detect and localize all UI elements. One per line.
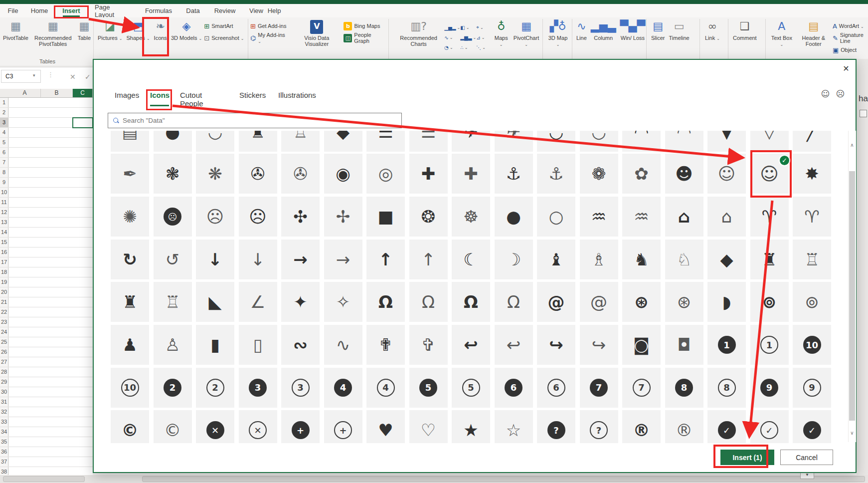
icon-cell-backpack-outline[interactable]: ◘ xyxy=(665,325,703,365)
row-header-20[interactable]: 20 xyxy=(0,287,8,297)
dialog-tab-icons[interactable]: Icons xyxy=(150,91,169,106)
ribbon-tab-formulas[interactable]: Formulas xyxy=(144,4,174,17)
icon-cell-architecture-plan-outline[interactable]: ⌂ xyxy=(707,197,746,237)
icon-cell-apple-outline[interactable]: ○ xyxy=(537,197,575,237)
row-header-21[interactable]: 21 xyxy=(0,297,8,307)
icon-cell-yarn-needles-filled[interactable]: ❃ xyxy=(154,154,192,194)
icon-cell-copyright-filled[interactable]: © xyxy=(111,410,149,443)
row-header-36[interactable]: 36 xyxy=(0,447,8,457)
icon-cell-baby-filled[interactable]: ♟ xyxy=(111,325,149,365)
icon-cell-aperture-filled[interactable]: ❂ xyxy=(409,197,448,237)
ribbon-button-link[interactable]: ∞Link ⌄ xyxy=(703,18,722,54)
ribbon-button-headerfooter[interactable]: ▤Header & Footer xyxy=(795,18,833,54)
scroll-up-icon[interactable]: ∧ xyxy=(849,142,855,148)
ribbon-tab-view[interactable]: View xyxy=(247,4,265,17)
icon-cell-arrow-up-filled[interactable]: ↑ xyxy=(366,240,405,279)
icon-cell-registered-outline[interactable]: ® xyxy=(665,410,703,443)
icon-cell-number-9-outline[interactable]: 9 xyxy=(793,368,831,408)
icon-cell-number-6-outline[interactable]: 6 xyxy=(537,368,575,408)
icon-cell-number-1-filled[interactable]: 1 xyxy=(707,325,746,365)
icon-cell-number-6-filled[interactable]: 6 xyxy=(495,368,533,408)
icon-cell-aries-filled[interactable]: ♈ xyxy=(750,197,789,237)
row-header-30[interactable]: 30 xyxy=(0,387,8,397)
ribbon-button-icons[interactable]: ❧Icons xyxy=(152,18,169,54)
icon-cell-artist-filled[interactable]: ♝ xyxy=(537,240,575,279)
icon-cell-alarm-2-filled[interactable]: ◠ xyxy=(622,131,661,152)
chart-type-icon-8[interactable]: ⋱⌄ xyxy=(476,42,491,52)
ribbon-tab-page-layout[interactable]: Page Layout xyxy=(93,4,133,17)
icon-cell-climbing-filled[interactable]: ◣ xyxy=(196,282,234,322)
formula-cancel-icon[interactable]: ✕ xyxy=(70,73,76,81)
ribbon-button-pivottable[interactable]: ▦PivotTable xyxy=(1,18,30,54)
icon-cell-star-outline[interactable]: ☆ xyxy=(495,410,533,443)
icon-cell-airplane-filled[interactable]: ✈ xyxy=(452,131,490,152)
icon-cell-tape-measure-filled[interactable]: ✇ xyxy=(239,154,277,194)
icon-cell-apple-filled[interactable]: ● xyxy=(495,197,533,237)
row-header-11[interactable]: 11 xyxy=(0,198,8,208)
ribbon-button-rec_charts[interactable]: ▥?Recommended Charts xyxy=(393,18,444,54)
ribbon-button-signature[interactable]: ✎Signature Line xyxy=(833,33,868,42)
icon-cell-baby-onesie-outline[interactable]: ✞ xyxy=(409,325,448,365)
icon-cell-astronaut-filled[interactable]: Ω xyxy=(366,282,405,322)
icon-cell-anger-burst-outline[interactable]: ✺ xyxy=(111,197,149,237)
row-header-17[interactable]: 17 xyxy=(0,257,8,267)
icon-cell-pencil-filled[interactable]: ╱ xyxy=(793,131,831,152)
icon-cell-astronaut-2-outline[interactable]: Ω xyxy=(495,282,533,322)
ribbon-button-line[interactable]: ∿Line xyxy=(574,18,589,54)
icon-cell-climbing-outline[interactable]: ∠ xyxy=(239,282,277,322)
icon-cell-astronaut-outline[interactable]: Ω xyxy=(409,282,448,322)
row-header-31[interactable]: 31 xyxy=(0,397,8,407)
icon-cell-baby-crawl-outline[interactable]: ∿ xyxy=(324,325,362,365)
ribbon-tab-file[interactable]: File xyxy=(4,4,22,17)
icon-cell-artist-outline[interactable]: ♗ xyxy=(580,240,618,279)
chart-type-icon-1[interactable]: ◧⌄ xyxy=(460,22,475,32)
row-header-35[interactable]: 35 xyxy=(0,437,8,447)
icon-cell-field-filled[interactable]: ☰ xyxy=(366,131,405,152)
icon-cell-ant-filled[interactable]: ✣ xyxy=(281,197,320,237)
name-box-chevron-icon[interactable]: ▾ xyxy=(33,73,35,78)
cancel-button[interactable]: Cancel xyxy=(780,450,833,465)
chart-type-icon-0[interactable]: ▁▅▂⌄ xyxy=(444,22,459,32)
icon-cell-anchor-filled[interactable]: ⚓ xyxy=(495,154,533,194)
row-header-8[interactable]: 8 xyxy=(0,168,8,178)
icon-cell-artist-2-outline[interactable]: ♘ xyxy=(665,240,703,279)
icon-cell-baby-crawl-filled[interactable]: ∾ xyxy=(281,325,320,365)
icon-cell-at-symbol-filled[interactable]: @ xyxy=(537,282,575,322)
row-header-26[interactable]: 26 xyxy=(0,347,8,357)
icon-cell-question-filled[interactable]: ? xyxy=(537,410,575,443)
row-header-12[interactable]: 12 xyxy=(0,208,8,218)
icon-cell-ant-outline[interactable]: ✢ xyxy=(324,197,362,237)
icon-cell-atom-outline[interactable]: ⊛ xyxy=(665,282,703,322)
icon-cell-alien-outline[interactable]: ▽ xyxy=(750,131,789,152)
icon-cell-backpack-filled[interactable]: ◙ xyxy=(622,325,661,365)
sheet-tabs-area[interactable] xyxy=(3,476,85,482)
icon-cell-number-2-filled[interactable]: 2 xyxy=(154,368,192,408)
icon-cell-ambulance-outline[interactable]: ✚ xyxy=(452,154,490,194)
icon-cell-alien-filled[interactable]: ▼ xyxy=(707,131,746,152)
icon-cell-arrow-forward-outline[interactable]: ↪ xyxy=(580,325,618,365)
icon-cell-loom-filled[interactable]: ♜ xyxy=(239,131,277,152)
row-header-2[interactable]: 2 xyxy=(0,108,8,118)
ribbon-button-maps[interactable]: ♁Maps ⌄ xyxy=(491,18,511,54)
icon-cell-number-8-filled[interactable]: 8 xyxy=(665,368,703,408)
row-header-1[interactable]: 1 xyxy=(0,98,8,108)
ribbon-button-object[interactable]: ▣Object xyxy=(833,45,868,54)
icon-cell-anger-burst-filled[interactable]: ✸ xyxy=(793,154,831,194)
ribbon-button-pictures[interactable]: ◪Pictures ⌄ xyxy=(96,18,125,54)
row-header-22[interactable]: 22 xyxy=(0,307,8,317)
icon-cell-copyright-outline[interactable]: © xyxy=(154,410,192,443)
icon-cell-angry-face-filled[interactable]: ☹ xyxy=(154,197,192,237)
ribbon-button-bing_maps[interactable]: bBing Maps xyxy=(344,21,388,30)
sheet-grid[interactable] xyxy=(9,98,93,475)
icon-cell-plus-outline[interactable]: + xyxy=(324,410,362,443)
icon-cell-arrow-up-outline[interactable]: ↑ xyxy=(409,240,448,279)
icon-cell-australia-filled[interactable]: ◗ xyxy=(707,282,746,322)
icon-cell-number-9-filled[interactable]: 9 xyxy=(750,368,789,408)
icon-cell-antarctica-filled[interactable]: ■ xyxy=(366,197,405,237)
ribbon-button-column[interactable]: ▂▅▃Column xyxy=(589,18,618,54)
icon-cell-crochet-hook-outline[interactable]: ◡ xyxy=(196,131,234,152)
icon-cell-ambulance-filled[interactable]: ✚ xyxy=(409,154,448,194)
feedback-smile-icon[interactable]: ☺ xyxy=(821,89,830,99)
icon-cell-question-outline[interactable]: ? xyxy=(580,410,618,443)
row-header-6[interactable]: 6 xyxy=(0,148,8,158)
